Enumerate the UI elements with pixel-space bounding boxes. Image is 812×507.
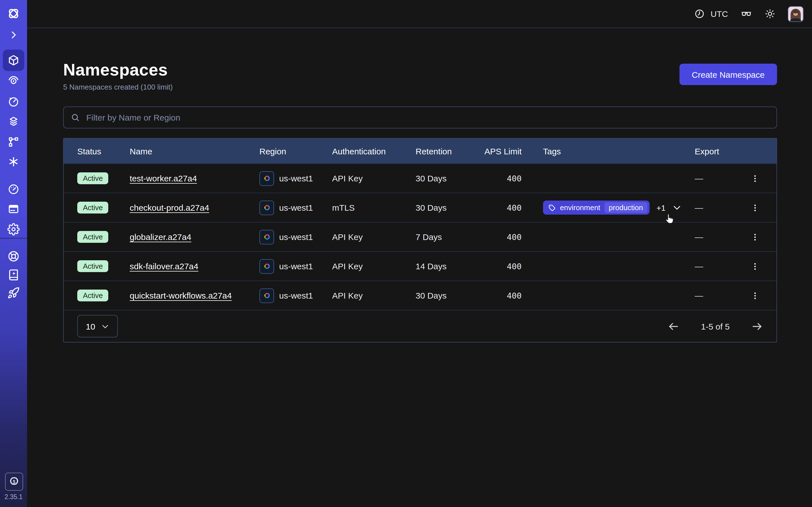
col-aps-limit: APS Limit	[480, 146, 522, 156]
gear-icon	[3, 219, 24, 240]
retention: 14 Days	[416, 262, 480, 271]
namespaces-table: Status Name Region Authentication Retent…	[63, 138, 777, 342]
temporal-logo[interactable]	[0, 3, 27, 24]
aps-limit: 400	[480, 203, 522, 212]
asterisk-icon	[3, 151, 24, 172]
export-value: —	[695, 291, 703, 300]
svg-text:$: $	[13, 480, 15, 484]
row-menu-button[interactable]	[747, 258, 763, 274]
col-export: Export	[695, 146, 763, 156]
gcp-cloud-icon	[259, 259, 274, 274]
namespace-link[interactable]: sdk-failover.a27a4	[130, 262, 199, 271]
row-menu-button[interactable]	[747, 170, 763, 186]
tag-value: production	[604, 202, 647, 213]
table-header-row: Status Name Region Authentication Retent…	[64, 138, 776, 163]
sidebar-item-support[interactable]	[0, 246, 27, 267]
billing-card-icon	[3, 198, 24, 220]
aps-limit: 400	[480, 232, 522, 241]
export-value: —	[695, 173, 703, 183]
page-size-select[interactable]: 10	[77, 315, 118, 337]
timezone-selector[interactable]: UTC	[694, 8, 728, 19]
sidebar-item-schedules[interactable]	[0, 91, 27, 112]
col-status: Status	[77, 146, 130, 156]
table-footer: 10 1-5 of 5	[64, 310, 776, 342]
export-value: —	[695, 203, 703, 212]
sidebar-item-billing[interactable]	[0, 199, 27, 219]
filter-search-box[interactable]	[63, 107, 777, 128]
table-row: Active quickstart-workflows.a27a4 us-wes…	[64, 281, 776, 310]
clock-icon	[694, 8, 705, 19]
status-badge: Active	[77, 290, 109, 301]
auth-method: mTLS	[332, 203, 416, 212]
retention: 30 Days	[416, 203, 480, 212]
sidebar-item-workflows[interactable]	[0, 70, 27, 91]
filter-search-input[interactable]	[85, 112, 770, 123]
tags-expand-chevron-icon[interactable]	[672, 203, 682, 212]
region-label: us-west1	[279, 203, 313, 212]
aps-limit: 400	[480, 262, 522, 271]
tag-chip[interactable]: environment production	[543, 201, 650, 215]
sidebar-expand-button[interactable]	[0, 25, 27, 45]
page-range-label: 1-5 of 5	[701, 321, 730, 331]
page-size-value: 10	[86, 321, 95, 331]
region-label: us-west1	[279, 232, 313, 242]
status-badge: Active	[77, 172, 109, 184]
labs-glasses-icon[interactable]	[741, 8, 752, 20]
retention: 30 Days	[416, 291, 480, 300]
temporal-logo-icon	[3, 3, 24, 24]
sidebar: $ 2.35.1	[0, 0, 27, 507]
sidebar-item-deployments[interactable]	[0, 112, 27, 132]
light-mode-sun-icon[interactable]	[765, 8, 775, 19]
user-avatar[interactable]	[788, 6, 804, 22]
app-version: 2.35.1	[0, 494, 27, 500]
tag-key: environment	[560, 203, 600, 212]
auth-method: API Key	[332, 173, 416, 183]
gcp-cloud-icon	[259, 288, 274, 303]
search-icon	[70, 113, 80, 122]
col-name: Name	[130, 146, 259, 156]
rocket-icon	[3, 282, 24, 304]
prev-page-button[interactable]	[668, 320, 679, 332]
row-menu-button[interactable]	[747, 200, 763, 216]
auth-method: API Key	[332, 232, 416, 242]
gcp-cloud-icon	[259, 200, 274, 215]
sidebar-item-usage[interactable]	[0, 179, 27, 200]
aps-limit: 400	[480, 174, 522, 183]
chevron-right-icon	[3, 24, 24, 46]
status-badge: Active	[77, 260, 109, 272]
timezone-label: UTC	[711, 9, 728, 18]
page-subtitle: 5 Namespaces created (100 limit)	[63, 83, 173, 91]
sidebar-item-nexus[interactable]	[0, 152, 27, 172]
namespace-link[interactable]: checkout-prod.a27a4	[130, 203, 209, 212]
sidebar-item-batch-operations[interactable]	[0, 132, 27, 152]
auth-method: API Key	[332, 262, 416, 271]
main-content: Namespaces 5 Namespaces created (100 lim…	[27, 28, 812, 507]
status-badge: Active	[77, 231, 109, 243]
table-row: Active checkout-prod.a27a4 us-west1	[64, 193, 776, 222]
gcp-cloud-icon	[259, 230, 274, 244]
namespace-link[interactable]: quickstart-workflows.a27a4	[130, 291, 232, 300]
sidebar-item-namespaces[interactable]	[0, 50, 27, 70]
gcp-cloud-icon	[259, 171, 274, 186]
row-menu-button[interactable]	[747, 288, 763, 303]
col-retention: Retention	[416, 146, 480, 156]
sidebar-divider	[0, 238, 27, 239]
sidebar-item-settings[interactable]	[0, 219, 27, 239]
region-label: us-west1	[279, 173, 313, 183]
credits-button[interactable]: $	[5, 473, 23, 491]
create-namespace-button[interactable]: Create Namespace	[679, 64, 777, 85]
aps-limit: 400	[480, 291, 522, 300]
namespace-link[interactable]: test-worker.a27a4	[130, 173, 197, 183]
status-badge: Active	[77, 202, 109, 214]
table-row: Active test-worker.a27a4 us-west1	[64, 163, 776, 193]
col-authentication: Authentication	[332, 146, 416, 156]
next-page-button[interactable]	[751, 320, 763, 332]
gauge-icon	[3, 179, 24, 200]
namespace-link[interactable]: globalizer.a27a4	[130, 232, 192, 242]
auth-method: API Key	[332, 291, 416, 300]
export-value: —	[695, 232, 703, 242]
row-menu-button[interactable]	[747, 229, 763, 245]
tag-more-count: +1	[657, 203, 666, 212]
region-label: us-west1	[279, 291, 313, 300]
sidebar-item-getting-started[interactable]	[0, 283, 27, 303]
